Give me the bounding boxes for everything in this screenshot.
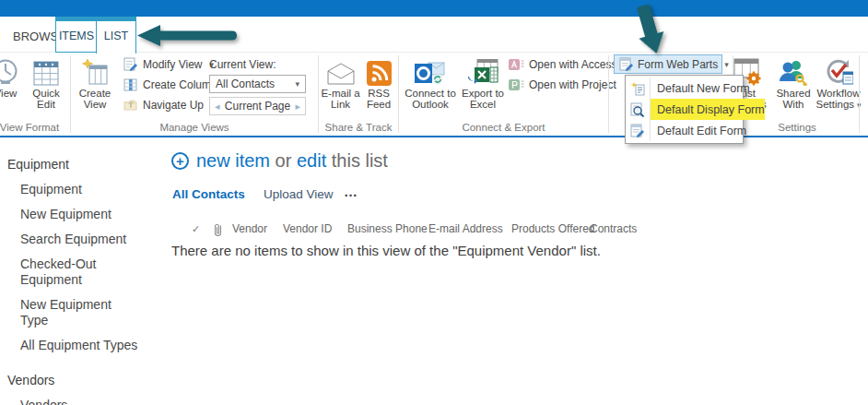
- rss-feed-button[interactable]: RSS Feed: [361, 54, 396, 110]
- modify-view-button[interactable]: Modify View ▾: [123, 56, 214, 73]
- outlook-icon: [415, 54, 446, 88]
- column-header-contracts[interactable]: Contracts: [590, 222, 637, 235]
- column-header-email-address[interactable]: E-mail Address: [428, 222, 503, 235]
- access-icon: [509, 57, 524, 73]
- group-label-share-track: Share & Track: [319, 122, 398, 133]
- pager-right-icon[interactable]: ▸: [295, 101, 300, 113]
- group-share-track: E-mail a Link RSS Feed Share & Track: [319, 53, 398, 136]
- open-access-button[interactable]: Open with Access: [509, 56, 616, 73]
- modify-view-icon: [123, 57, 138, 73]
- list-view-main: + new item or edit this list All Contact…: [171, 137, 868, 405]
- heading-this-list-text: this list: [332, 150, 388, 171]
- current-page-pager[interactable]: ◂ Current Page ▸: [209, 97, 306, 115]
- edit-list-link[interactable]: edit: [297, 150, 326, 171]
- open-project-button[interactable]: Open with Project: [509, 77, 616, 93]
- annotation-arrow-list-tab: [137, 23, 240, 53]
- email-link-button[interactable]: E-mail a Link: [321, 54, 360, 110]
- group-label-view-format: View Format: [0, 122, 70, 133]
- nav-item-vendors[interactable]: Vendors: [20, 398, 138, 405]
- column-header-vendor[interactable]: Vendor: [232, 222, 267, 235]
- shared-with-icon: [779, 54, 808, 88]
- column-header-products-offered[interactable]: Products Offered: [511, 222, 595, 235]
- heading-or-text: or: [276, 150, 292, 171]
- project-icon: [509, 77, 524, 93]
- more-views-ellipsis[interactable]: …: [344, 184, 358, 199]
- dropdown-caret-icon: ▾: [295, 79, 299, 89]
- export-excel-button[interactable]: Export to Excel: [460, 54, 506, 110]
- suite-bar: [0, 0, 868, 17]
- contextual-tab-group: ITEMS LIST: [55, 17, 136, 53]
- tab-items[interactable]: ITEMS: [55, 21, 97, 53]
- tab-list[interactable]: LIST: [96, 21, 136, 54]
- select-all-checkmark-icon[interactable]: ✓: [192, 223, 200, 235]
- list-callout-heading: + new item or edit this list: [171, 150, 388, 172]
- group-label-connect-export: Connect & Export: [399, 122, 608, 133]
- create-column-icon: [123, 77, 138, 93]
- plus-circle-icon[interactable]: +: [171, 152, 189, 170]
- nav-item-search-equipment[interactable]: Search Equipment: [20, 232, 138, 247]
- connect-outlook-button[interactable]: Connect to Outlook: [401, 54, 460, 110]
- group-connect-export: Connect to Outlook Export to Excel Open …: [399, 53, 608, 136]
- view-button[interactable]: View: [0, 54, 26, 99]
- quick-launch-nav: Equipment Equipment New Equipment Search…: [0, 137, 170, 405]
- excel-icon: [468, 54, 499, 88]
- view-tab-all-contacts[interactable]: All Contacts: [172, 187, 245, 201]
- group-label-settings: Settings: [733, 122, 861, 133]
- group-view-format: View Quick Edit View Format: [0, 53, 70, 136]
- navigate-up-icon: [123, 98, 138, 113]
- rss-icon: [367, 54, 392, 88]
- quick-edit-icon: [33, 54, 59, 88]
- create-view-button[interactable]: Create View: [74, 54, 116, 110]
- empty-list-message: There are no items to show in this view …: [171, 243, 601, 258]
- edit-form-icon: [626, 120, 651, 141]
- menu-item-default-display-form[interactable]: Default Display Form: [626, 99, 743, 120]
- new-item-link[interactable]: new item: [196, 150, 270, 171]
- column-header-vendor-id[interactable]: Vendor ID: [283, 222, 332, 235]
- view-icon: [0, 54, 19, 88]
- workflow-settings-button[interactable]: Workflow Settings▾: [816, 54, 861, 111]
- form-web-parts-menu: Default New Form Default Display Form De…: [625, 75, 744, 144]
- create-column-button[interactable]: Create Column: [123, 77, 217, 93]
- create-view-icon: [81, 54, 109, 88]
- group-label-manage-views: Manage Views: [71, 122, 318, 133]
- form-web-parts-icon: [618, 56, 634, 72]
- menu-item-default-new-form[interactable]: Default New Form: [626, 77, 743, 99]
- shared-with-button[interactable]: Shared With: [774, 54, 813, 110]
- display-form-icon: [626, 99, 651, 120]
- nav-item-new-equipment-type[interactable]: New Equipment Type: [20, 297, 138, 328]
- nav-section-vendors[interactable]: Vendors: [7, 373, 170, 388]
- navigate-up-button[interactable]: Navigate Up: [123, 97, 204, 113]
- new-form-icon: [626, 77, 651, 99]
- group-manage-views: Create View Modify View ▾ Create Column …: [71, 53, 318, 136]
- nav-item-all-equipment-types[interactable]: All Equipment Types: [20, 338, 138, 353]
- nav-item-new-equipment[interactable]: New Equipment: [20, 207, 138, 222]
- email-icon: [326, 54, 356, 88]
- workflow-settings-icon: [824, 54, 853, 88]
- pager-left-icon[interactable]: ◂: [215, 101, 220, 113]
- ribbon-divider: [859, 55, 860, 133]
- view-tab-upload-view[interactable]: Upload View: [264, 187, 334, 201]
- nav-section-equipment[interactable]: Equipment: [7, 157, 170, 173]
- menu-item-default-edit-form[interactable]: Default Edit Form: [626, 120, 743, 141]
- nav-item-checked-out-equipment[interactable]: Checked-Out Equipment: [20, 256, 138, 288]
- nav-item-equipment[interactable]: Equipment: [20, 182, 138, 197]
- group-settings: List Settings Shared With Workflow Setti…: [733, 53, 861, 136]
- column-header-business-phone[interactable]: Business Phone: [347, 222, 428, 235]
- current-view-select[interactable]: All Contacts ▾: [209, 75, 306, 93]
- ribbon-tab-row: BROWSE ITEMS LIST: [0, 17, 868, 53]
- current-view-label: Current View:: [209, 58, 276, 71]
- quick-edit-button[interactable]: Quick Edit: [25, 54, 67, 110]
- attachment-icon[interactable]: [213, 222, 223, 239]
- form-web-parts-button[interactable]: Form Web Parts ▾: [614, 54, 722, 74]
